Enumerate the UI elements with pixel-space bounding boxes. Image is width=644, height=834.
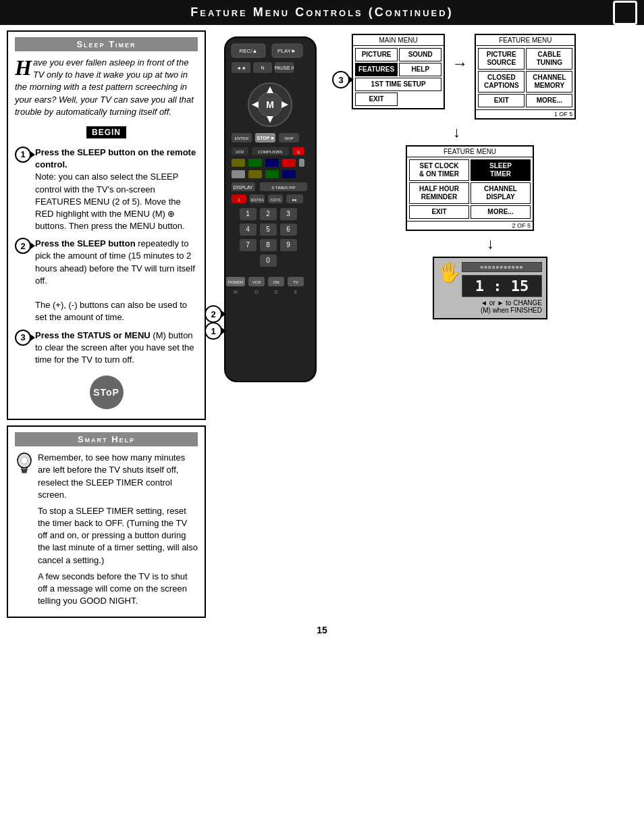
- svg-rect-41: [248, 170, 262, 178]
- step-1-content: Press the SLEEP button on the remote con…: [35, 147, 198, 232]
- page-number: 15: [0, 618, 644, 642]
- svg-text:7: 7: [246, 241, 250, 249]
- step-2-circle: 2: [15, 238, 31, 254]
- intro-text: Have you ever fallen asleep in front of …: [15, 57, 198, 118]
- svg-text:7/27/1: 7/27/1: [270, 198, 281, 202]
- step-2: 2 Press the SLEEP button repeatedly to p…: [15, 238, 198, 323]
- main-menu-help[interactable]: HELP: [399, 63, 441, 76]
- step-1-circle: 1: [15, 147, 31, 163]
- sleep-time-display: 1 : 15: [462, 275, 542, 297]
- main-menu-box: MAIN MENU PICTURE SOUND FEATURES HELP 1S…: [352, 34, 445, 109]
- stop-container: SToP: [15, 371, 198, 413]
- feature-menu-1-title: FEATURE MENU: [476, 35, 574, 46]
- svg-rect-42: [265, 170, 279, 178]
- feature-menu-2-footer: 2 OF 5: [407, 221, 533, 230]
- smart-help-text: Remember, to see how many minutes are le…: [38, 452, 198, 611]
- step-3-heading: Press the STATUS or MENU: [35, 330, 151, 340]
- feature-menu-1: FEATURE MENU PICTURESOURCE CABLETUNING C…: [475, 34, 576, 120]
- step-1: 1 Press the SLEEP button on the remote c…: [15, 147, 198, 232]
- svg-text:STOP ■: STOP ■: [257, 136, 274, 140]
- sleep-change-hint: ◄ or ► to CHANGE: [462, 299, 542, 307]
- fm2-more[interactable]: MORE...: [471, 205, 531, 219]
- fm1-closed-captions[interactable]: CLOSEDCAPTIONS: [478, 71, 525, 93]
- smart-help-content: Remember, to see how many minutes are le…: [15, 452, 198, 611]
- smart-help-para2: To stop a SLEEP TIMER setting, reset the…: [38, 505, 198, 567]
- svg-rect-35: [232, 159, 245, 167]
- fm2-sleep-timer[interactable]: SLEEPTIMER: [471, 159, 531, 181]
- svg-rect-36: [248, 159, 262, 167]
- svg-text:VCR: VCR: [252, 280, 261, 284]
- svg-rect-39: [299, 159, 304, 167]
- top-menus-row: MAIN MENU PICTURE SOUND FEATURES HELP 1S…: [352, 34, 576, 120]
- page-header: Feature Menu Controls (Continued): [0, 0, 644, 25]
- svg-text:POWER: POWER: [228, 280, 244, 284]
- step-3-content: Press the STATUS or MENU (M) button to c…: [35, 330, 198, 367]
- step-3: 3 Press the STATUS or MENU (M) button to…: [15, 330, 198, 367]
- svg-text:3: 3: [286, 210, 290, 217]
- svg-text:D: D: [274, 290, 277, 294]
- svg-text:M: M: [266, 99, 274, 110]
- fm1-cable-tuning[interactable]: CABLETUNING: [526, 48, 572, 70]
- left-column: Sleep Timer Have you ever fallen asleep …: [7, 30, 206, 618]
- fm2-half-hour[interactable]: HALF HOURREMINDER: [409, 182, 469, 204]
- step-1-note: Note: you can also select the SLEEP cont…: [35, 172, 185, 231]
- step-3-circle: 3: [15, 330, 31, 346]
- lightbulb-icon: [15, 452, 34, 476]
- step-badge-2: 2: [205, 305, 222, 323]
- smart-help-para3: A few seconds before the TV is to shut o…: [38, 571, 198, 608]
- sleep-timer-title: Sleep Timer: [15, 37, 198, 51]
- svg-text:ENTER: ENTER: [235, 136, 249, 140]
- svg-rect-43: [282, 170, 296, 178]
- main-menu-setup[interactable]: 1ST TIME SETUP: [355, 78, 441, 91]
- fm2-channel-display[interactable]: CHANNELDISPLAY: [471, 182, 531, 204]
- header-title: Feature Menu Controls (Continued): [190, 5, 453, 19]
- main-menu-exit[interactable]: EXIT: [355, 93, 398, 106]
- main-menu-sound[interactable]: SOUND: [399, 48, 441, 61]
- svg-text:Q: Q: [297, 150, 300, 154]
- svg-rect-3: [22, 471, 26, 473]
- arrow-right-1: →: [452, 54, 468, 73]
- sleep-finished-hint: (M) when FINISHED: [462, 307, 542, 314]
- fm1-more[interactable]: MORE...: [526, 94, 572, 107]
- sleep-label-text: ■■■■■■■■■■■: [480, 264, 523, 270]
- sleep-finished-text: (M) when FINISHED: [481, 307, 542, 314]
- sleep-timer-section: Sleep Timer Have you ever fallen asleep …: [7, 30, 206, 420]
- step-badge-3: 3: [332, 71, 350, 88]
- sleep-timer-display: 🖐 ■■■■■■■■■■■ 1 : 15 ◄ or ► to CHANGE: [433, 257, 547, 319]
- remote-area: 3 2 1 REC/▲ PLAY► ◄◄: [211, 34, 346, 387]
- step-1-heading: Press the SLEEP button on the remote con…: [35, 147, 196, 170]
- svg-text:●●: ●●: [292, 198, 297, 202]
- feature-menu-2-title: FEATURE MENU: [407, 147, 533, 157]
- svg-text:5: 5: [266, 226, 270, 233]
- svg-text:PLAY►: PLAY►: [277, 48, 296, 54]
- svg-text:3/27/01: 3/27/01: [250, 198, 265, 202]
- main-menu-picture[interactable]: PICTURE: [355, 48, 398, 61]
- hand-icon: 🖐: [437, 261, 461, 284]
- fm2-exit[interactable]: EXIT: [409, 205, 469, 219]
- fm1-picture-source[interactable]: PICTURESOURCE: [478, 48, 525, 70]
- feature-menu-1-footer: 1 OF 5: [476, 109, 574, 118]
- main-menu-title: MAIN MENU: [353, 35, 444, 46]
- right-panel: 3 2 1 REC/▲ PLAY► ◄◄: [211, 34, 637, 387]
- main-menu-features[interactable]: FEATURES: [355, 63, 398, 76]
- stop-button[interactable]: SToP: [90, 375, 124, 409]
- step-2-content: Press the SLEEP button repeatedly to pic…: [35, 238, 198, 323]
- smart-help-section: Smart Help Remember, to see how many min…: [7, 425, 206, 618]
- svg-text:COMPU/DBS: COMPU/DBS: [258, 150, 282, 154]
- fm1-channel-memory[interactable]: CHANNELMEMORY: [526, 71, 572, 93]
- right-menus: MAIN MENU PICTURE SOUND FEATURES HELP 1S…: [352, 34, 576, 387]
- svg-text:PAUSE II: PAUSE II: [274, 66, 294, 70]
- svg-text:N: N: [261, 66, 264, 70]
- sleep-display-label: ■■■■■■■■■■■: [462, 262, 542, 272]
- begin-badge: BEGIN: [86, 126, 126, 138]
- svg-text:TV: TV: [293, 280, 298, 284]
- right-column: 3 2 1 REC/▲ PLAY► ◄◄: [211, 30, 637, 618]
- svg-rect-38: [282, 159, 296, 167]
- fm1-exit[interactable]: EXIT: [478, 94, 525, 107]
- fm2-set-clock[interactable]: SET CLOCK& ON TIMER: [409, 159, 469, 181]
- svg-rect-37: [265, 159, 279, 167]
- svg-text:ON: ON: [273, 280, 279, 284]
- arrow-down-2: ↓: [487, 235, 494, 253]
- svg-rect-40: [232, 170, 245, 178]
- step-badge-1: 1: [205, 322, 222, 340]
